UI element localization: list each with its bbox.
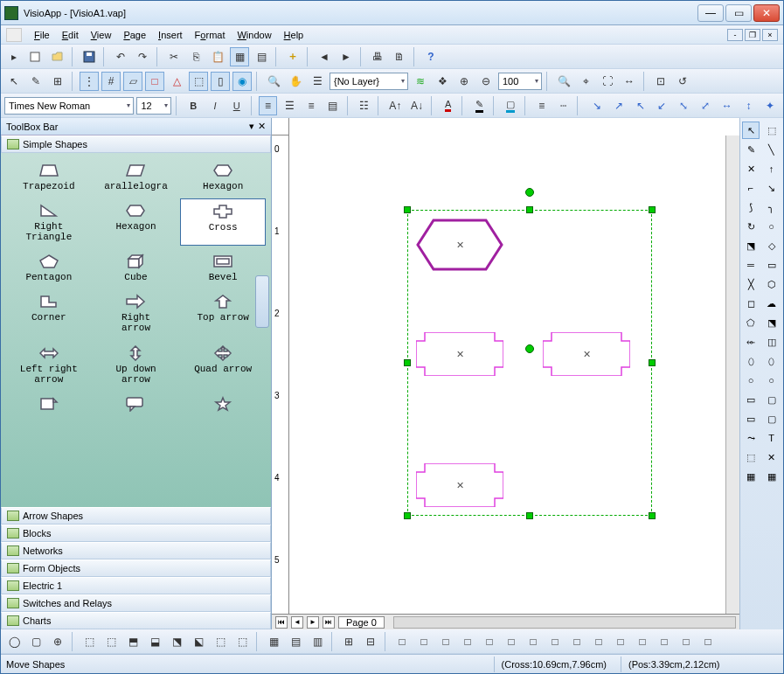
toolbox-close-icon[interactable]: ✕ (258, 121, 266, 132)
shape-item-cube[interactable]: Cube (94, 249, 179, 286)
rotation-handle[interactable] (525, 188, 534, 197)
nav-prev-button[interactable]: ◄ (315, 47, 334, 66)
new-dropdown-icon[interactable] (26, 47, 45, 66)
shape-item-trapezoid[interactable]: Trapezoid (6, 158, 92, 195)
canvas-cross-0[interactable]: ✕ (416, 332, 503, 376)
bottom-tool-25[interactable]: □ (502, 632, 521, 651)
line-color-button[interactable]: ✎ (469, 96, 489, 115)
center-handle[interactable] (525, 344, 534, 353)
conn-2[interactable]: ↗ (609, 96, 628, 115)
italic-button[interactable]: I (205, 96, 225, 115)
right-tool-10[interactable]: ↻ (742, 218, 760, 235)
selection-handle[interactable] (404, 359, 411, 366)
right-tool-5[interactable]: ↑ (763, 160, 781, 177)
menu-edit[interactable]: Edit (57, 28, 84, 42)
category-form-objects[interactable]: Form Objects (1, 559, 271, 577)
right-tool-9[interactable]: ╮ (763, 198, 781, 216)
right-tool-27[interactable]: ○ (763, 372, 781, 389)
font-name-dropdown[interactable]: Times New Roman (4, 97, 134, 115)
category-arrow-shapes[interactable]: Arrow Shapes (1, 507, 271, 525)
maximize-button[interactable]: ▭ (725, 4, 752, 22)
menu-view[interactable]: View (86, 28, 117, 42)
zoom-tool[interactable]: 🔍 (264, 72, 283, 91)
shape-item-hex2[interactable]: Hexagon (94, 198, 179, 246)
zoom-dropdown[interactable]: 100 (498, 73, 542, 90)
bottom-tool-10[interactable]: ⬚ (211, 632, 230, 651)
right-tool-1[interactable]: ⬚ (763, 122, 781, 139)
bottom-tool-18[interactable]: ⊟ (361, 632, 380, 651)
right-tool-20[interactable]: ⬠ (742, 314, 760, 331)
conn-7[interactable]: ↔ (718, 96, 737, 115)
selection-handle[interactable] (649, 512, 656, 519)
menu-format[interactable]: Format (190, 28, 231, 42)
shape-item-rtri[interactable]: Right Triangle (6, 198, 92, 246)
paste-button[interactable]: 📋 (208, 47, 227, 66)
conn-9[interactable]: ✦ (760, 96, 780, 115)
zoom-fit-button[interactable]: 🔍 (554, 72, 573, 91)
shape-item-udarrow[interactable]: Up down arrow (94, 341, 179, 388)
bottom-tool-17[interactable]: ⊞ (339, 632, 358, 651)
shape-item-hexagon[interactable]: Hexagon (180, 158, 266, 195)
snap-h[interactable]: ◉ (232, 72, 252, 91)
shape-item-note[interactable] (6, 392, 92, 418)
right-tool-26[interactable]: ○ (742, 372, 760, 389)
right-tool-34[interactable]: ⬚ (742, 448, 760, 466)
right-tool-17[interactable]: ⬡ (763, 275, 781, 293)
mdi-close[interactable]: × (762, 29, 778, 41)
layer-tool-b[interactable]: ❖ (433, 72, 452, 91)
shape-item-lrarrow[interactable]: Left right arrow (6, 341, 92, 388)
bottom-tool-20[interactable]: □ (392, 632, 412, 651)
right-tool-18[interactable]: ◻ (742, 295, 760, 312)
fill-color-button[interactable]: ▢ (501, 96, 520, 115)
menu-window[interactable]: Window (232, 28, 276, 42)
font-dec-button[interactable]: A↓ (407, 96, 427, 115)
right-tool-14[interactable]: ═ (742, 256, 760, 274)
minimize-button[interactable]: — (697, 4, 724, 22)
tab-next[interactable]: ► (307, 616, 319, 629)
bottom-tool-29[interactable]: □ (589, 632, 608, 651)
canvas-cross-2[interactable]: ✕ (416, 463, 503, 507)
bottom-tool-30[interactable]: □ (611, 632, 630, 651)
save-button[interactable] (80, 47, 99, 66)
right-tool-4[interactable]: ✕ (742, 160, 760, 177)
right-tool-36[interactable]: ▦ (742, 468, 760, 485)
right-tool-33[interactable]: T (763, 429, 781, 447)
bottom-tool-24[interactable]: □ (480, 632, 499, 651)
conn-5[interactable]: ⤡ (674, 96, 693, 115)
snap-a[interactable]: ⋮ (80, 72, 99, 91)
conn-8[interactable]: ↕ (739, 96, 759, 115)
menu-insert[interactable]: Insert (153, 28, 188, 42)
category-simple-shapes[interactable]: Simple Shapes (1, 135, 271, 153)
line-weight-button[interactable]: ≡ (532, 96, 552, 115)
bottom-tool-15[interactable]: ▥ (308, 632, 327, 651)
bold-button[interactable]: B (184, 96, 203, 115)
page-tab-label[interactable]: Page 0 (338, 616, 385, 629)
zoom-page-button[interactable]: ⛶ (598, 72, 617, 91)
conn-1[interactable]: ↘ (587, 96, 607, 115)
shape-item-bevel[interactable]: Bevel (180, 249, 266, 286)
font-inc-button[interactable]: A↑ (385, 96, 405, 115)
bottom-tool-22[interactable]: □ (436, 632, 455, 651)
selection-handle[interactable] (649, 359, 656, 366)
selection-handle[interactable] (404, 512, 411, 519)
selection-handle[interactable] (526, 206, 533, 213)
zoom-width-button[interactable]: ↔ (620, 72, 639, 91)
add-button[interactable]: ＋ (283, 47, 302, 66)
bottom-tool-8[interactable]: ⬔ (167, 632, 186, 651)
bottom-tool-34[interactable]: □ (698, 632, 718, 651)
right-tool-7[interactable]: ↘ (763, 179, 781, 197)
toggle-b-button[interactable]: ▤ (252, 47, 271, 66)
tab-first[interactable]: ⏮ (275, 616, 288, 629)
zoom-region[interactable]: ⊡ (651, 72, 670, 91)
tab-prev[interactable]: ◄ (291, 616, 303, 629)
pointer-tool[interactable]: ↖ (4, 72, 24, 91)
zoom-prev[interactable]: ↺ (673, 72, 692, 91)
mdi-restore[interactable]: ❐ (745, 29, 760, 41)
list-button[interactable]: ☷ (355, 96, 374, 115)
bottom-tool-23[interactable]: □ (458, 632, 477, 651)
bottom-tool-28[interactable]: □ (567, 632, 586, 651)
right-tool-8[interactable]: ⟆ (742, 198, 760, 216)
align-justify-button[interactable]: ▤ (323, 96, 343, 115)
conn-6[interactable]: ⤢ (696, 96, 715, 115)
edit-tool[interactable]: ✎ (26, 72, 45, 91)
